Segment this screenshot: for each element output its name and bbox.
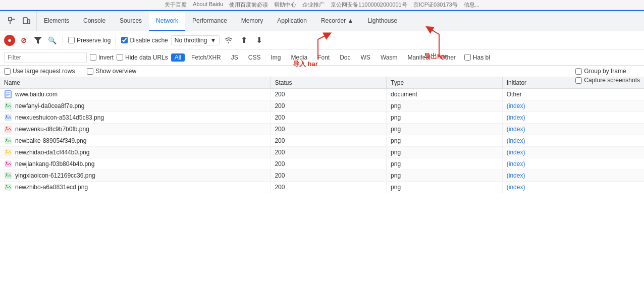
large-rows-checkbox[interactable]	[4, 68, 11, 75]
cell-initiator: (index)	[502, 112, 644, 124]
cell-status: 200	[271, 158, 387, 170]
filter-all[interactable]: All	[171, 53, 185, 62]
initiator-text: Other	[507, 91, 522, 98]
cell-initiator: (index)	[502, 182, 644, 193]
filter-other[interactable]: Other	[437, 53, 459, 62]
hide-data-urls-label[interactable]: Hide data URLs	[117, 54, 168, 61]
table-row[interactable]: newzhibo-a6a0831ecd.png 200 png (index)	[0, 182, 644, 193]
table-row[interactable]: newxueshuicon-a5314d5c83.png 200 png (in…	[0, 112, 644, 124]
filter-manifest[interactable]: Manifest	[404, 53, 434, 62]
col-header-type[interactable]: Type	[387, 77, 503, 89]
initiator-link[interactable]: (index)	[507, 160, 525, 167]
file-name: yingxiaoicon-612169cc36.png	[15, 172, 95, 179]
table-row[interactable]: newfanyi-da0cea8f7e.png 200 png (index)	[0, 100, 644, 112]
svg-point-11	[6, 104, 8, 105]
initiator-link[interactable]: (index)	[507, 172, 525, 179]
svg-point-13	[6, 116, 8, 117]
filter-doc[interactable]: Doc	[336, 53, 354, 62]
disable-cache-checkbox[interactable]	[121, 37, 128, 43]
topbar-link[interactable]: About Baidu	[193, 1, 223, 9]
inspect-icon[interactable]	[6, 15, 18, 27]
file-icon	[4, 114, 12, 122]
show-overview-label[interactable]: Show overview	[87, 68, 136, 75]
cell-initiator: (index)	[502, 170, 644, 182]
col-header-status[interactable]: Status	[271, 77, 387, 89]
options-bar: Use large request rows Show overview Gro…	[0, 66, 644, 77]
table-row[interactable]: yingxiaoicon-612169cc36.png 200 png (ind…	[0, 170, 644, 182]
table-row[interactable]: newwenku-d8c9b7b0fb.png 200 png (index)	[0, 124, 644, 135]
filter-js[interactable]: JS	[228, 53, 242, 62]
tab-recorder[interactable]: Recorder ▲	[314, 11, 361, 31]
filter-ws[interactable]: WS	[357, 53, 374, 62]
group-by-frame-checkbox[interactable]	[575, 68, 582, 75]
hide-data-urls-checkbox[interactable]	[117, 54, 123, 61]
filter-media[interactable]: Media	[287, 53, 311, 62]
svg-point-23	[6, 174, 8, 175]
has-blocked-checkbox[interactable]	[464, 54, 471, 61]
initiator-link[interactable]: (index)	[507, 137, 525, 144]
invert-checkbox[interactable]	[90, 54, 96, 61]
import-har-button[interactable]: ⬆	[238, 34, 250, 46]
cell-status: 200	[271, 147, 387, 158]
tab-lighthouse[interactable]: Lighthouse	[360, 11, 404, 31]
clear-button[interactable]: ⊘	[18, 35, 29, 46]
preserve-log-label[interactable]: Preserve log	[68, 37, 111, 44]
record-button[interactable]: ●	[4, 35, 15, 46]
invert-label[interactable]: Invert	[90, 54, 114, 61]
table-row[interactable]: newjiankang-f03b804b4b.png 200 png (inde…	[0, 158, 644, 170]
filter-icon[interactable]	[32, 35, 43, 46]
disable-cache-label[interactable]: Disable cache	[121, 37, 168, 44]
initiator-link[interactable]: (index)	[507, 126, 525, 133]
cell-status: 200	[271, 182, 387, 193]
tab-application[interactable]: Application	[270, 11, 314, 31]
topbar-link[interactable]: 关于百度	[165, 1, 187, 9]
tab-elements[interactable]: Elements	[37, 11, 76, 31]
device-toolbar-icon[interactable]	[20, 15, 32, 27]
table-row[interactable]: newzhidao-da1cf444b0.png 200 png (index)	[0, 147, 644, 158]
table-header-row: Name Status Type Initiator	[0, 77, 644, 89]
initiator-link[interactable]: (index)	[507, 114, 525, 121]
tab-performance[interactable]: Performance	[185, 11, 234, 31]
file-icon	[4, 125, 12, 133]
initiator-link[interactable]: (index)	[507, 184, 525, 191]
capture-screenshots-label[interactable]: Capture screenshots	[575, 77, 640, 84]
search-icon[interactable]: 🔍	[46, 35, 58, 46]
topbar-link[interactable]: 京ICP证030173号	[413, 1, 458, 9]
filter-font[interactable]: Font	[314, 53, 333, 62]
table-row[interactable]: www.baidu.com 200 document Other	[0, 89, 644, 100]
filter-input[interactable]	[4, 52, 87, 63]
filter-fetch-xhr[interactable]: Fetch/XHR	[188, 53, 225, 62]
topbar-link[interactable]: 帮助中心	[274, 1, 296, 9]
has-blocked-label[interactable]: Has bl	[464, 54, 490, 61]
initiator-link[interactable]: (index)	[507, 102, 525, 109]
filter-wasm[interactable]: Wasm	[377, 53, 401, 62]
group-by-frame-label[interactable]: Group by frame	[575, 68, 640, 75]
file-icon	[4, 172, 12, 180]
svg-point-25	[6, 185, 8, 187]
topbar-link[interactable]: 使用百度前必读	[229, 1, 268, 9]
filter-img[interactable]: Img	[267, 53, 284, 62]
table-row[interactable]: newbaike-889054f349.png 200 png (index)	[0, 135, 644, 147]
col-header-name[interactable]: Name	[0, 77, 271, 89]
file-name: newzhidao-da1cf444b0.png	[15, 149, 89, 156]
cell-type: png	[387, 124, 503, 135]
tab-network[interactable]: Network	[149, 11, 185, 31]
topbar-link[interactable]: 京公网安备11000002000001号	[331, 1, 407, 9]
preserve-log-checkbox[interactable]	[68, 37, 75, 43]
throttle-select[interactable]: No throttling ▼	[171, 35, 220, 45]
topbar-link[interactable]: 信息...	[464, 1, 479, 9]
tab-sources[interactable]: Sources	[113, 11, 149, 31]
export-har-button[interactable]: ⬇	[253, 34, 265, 46]
filter-css[interactable]: CSS	[245, 53, 264, 62]
cell-status: 200	[271, 100, 387, 112]
topbar-link[interactable]: 企业推广	[302, 1, 325, 9]
capture-screenshots-checkbox[interactable]	[575, 77, 582, 84]
initiator-link[interactable]: (index)	[507, 149, 525, 156]
tab-memory[interactable]: Memory	[234, 11, 270, 31]
tab-console[interactable]: Console	[76, 11, 113, 31]
svg-rect-3	[23, 18, 27, 24]
online-icon[interactable]	[223, 34, 235, 46]
svg-point-17	[6, 139, 8, 140]
large-rows-label[interactable]: Use large request rows	[4, 68, 75, 75]
show-overview-checkbox[interactable]	[87, 68, 93, 75]
